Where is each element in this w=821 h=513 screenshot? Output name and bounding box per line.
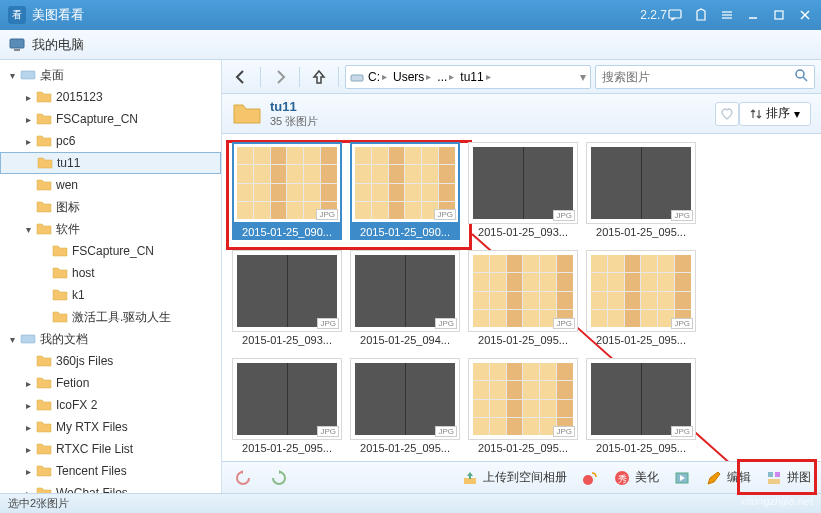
expander-icon[interactable]: ▸ <box>22 465 34 477</box>
file-type-badge: JPG <box>553 318 575 329</box>
tree-item[interactable]: ▸IcoFX 2 <box>0 394 221 416</box>
back-button[interactable] <box>228 64 254 90</box>
folder-name: tu11 <box>270 99 707 114</box>
thumbnail[interactable]: JPG2015-01-25_090... <box>232 142 342 240</box>
chevron-right-icon: ▸ <box>382 71 387 82</box>
upload-button[interactable]: 上传到空间相册 <box>461 469 567 487</box>
breadcrumb-segment[interactable]: tu11▸ <box>458 70 492 84</box>
tree-item[interactable]: ▾我的文档 <box>0 328 221 350</box>
thumbnail[interactable]: JPG2015-01-25_095... <box>586 358 696 456</box>
skin-icon[interactable] <box>693 7 709 23</box>
thumbnail-image: JPG <box>232 142 342 224</box>
folder-tree[interactable]: ▾桌面▸2015123▸FSCapture_CN▸pc6tu11wen图标▾软件… <box>0 60 222 493</box>
tree-item-label: Tencent Files <box>56 464 127 478</box>
tree-item[interactable]: ▾软件 <box>0 218 221 240</box>
tree-item[interactable]: ▸Fetion <box>0 372 221 394</box>
tree-item[interactable]: 360js Files <box>0 350 221 372</box>
svg-rect-22 <box>775 472 780 477</box>
menu-icon[interactable] <box>719 7 735 23</box>
expander-icon[interactable]: ▸ <box>22 91 34 103</box>
weibo-icon <box>581 469 599 487</box>
thumbnail[interactable]: JPG2015-01-25_095... <box>232 358 342 456</box>
tree-item-label: Fetion <box>56 376 89 390</box>
breadcrumb[interactable]: C:▸Users▸...▸tu11▸▾ <box>345 65 591 89</box>
expander-icon[interactable]: ▸ <box>22 135 34 147</box>
thumbnail[interactable]: JPG2015-01-25_090... <box>350 142 460 240</box>
tree-item[interactable]: ▸RTXC File List <box>0 438 221 460</box>
expander-icon[interactable]: ▾ <box>6 69 18 81</box>
search-box[interactable] <box>595 65 815 89</box>
thumbnail-grid[interactable]: JPG2015-01-25_090...JPG2015-01-25_090...… <box>222 134 821 461</box>
tree-item[interactable]: ▾桌面 <box>0 64 221 86</box>
tree-item[interactable]: ▸pc6 <box>0 130 221 152</box>
pencil-button[interactable]: 编辑 <box>705 469 751 487</box>
breadcrumb-segment[interactable]: C:▸ <box>366 70 389 84</box>
beautify-button[interactable]: 秀美化 <box>613 469 659 487</box>
expander-icon[interactable]: ▸ <box>22 399 34 411</box>
tree-item-label: host <box>72 266 95 280</box>
close-button[interactable] <box>797 7 813 23</box>
breadcrumb-dropdown[interactable]: ▾ <box>580 70 586 84</box>
tree-item[interactable]: ▸Tencent Files <box>0 460 221 482</box>
tree-item[interactable]: k1 <box>0 284 221 306</box>
expander-icon[interactable] <box>22 355 34 367</box>
search-input[interactable] <box>602 70 794 84</box>
thumbnail[interactable]: JPG2015-01-25_094... <box>350 250 460 348</box>
expander-icon[interactable] <box>22 179 34 191</box>
expander-icon[interactable]: ▸ <box>22 443 34 455</box>
thumbnail-label: 2015-01-25_095... <box>350 440 460 456</box>
sort-button[interactable]: 排序 ▾ <box>739 102 811 126</box>
expander-icon[interactable]: ▸ <box>22 421 34 433</box>
edit-button[interactable] <box>673 469 691 487</box>
nav-toolbar: C:▸Users▸...▸tu11▸▾ <box>222 60 821 94</box>
tree-item[interactable]: wen <box>0 174 221 196</box>
forward-button[interactable] <box>267 64 293 90</box>
expander-icon[interactable] <box>38 267 50 279</box>
favorite-button[interactable] <box>715 102 739 126</box>
chevron-down-icon: ▾ <box>794 107 800 121</box>
thumbnail[interactable]: JPG2015-01-25_093... <box>232 250 342 348</box>
tree-item[interactable]: ▸FSCapture_CN <box>0 108 221 130</box>
expander-icon[interactable]: ▸ <box>22 113 34 125</box>
thumbnail[interactable]: JPG2015-01-25_093... <box>468 142 578 240</box>
thumbnail[interactable]: JPG2015-01-25_095... <box>468 250 578 348</box>
tree-item[interactable]: 图标 <box>0 196 221 218</box>
expander-icon[interactable] <box>22 201 34 213</box>
tree-item[interactable]: tu11 <box>0 152 221 174</box>
search-icon[interactable] <box>794 68 808 85</box>
file-type-badge: JPG <box>316 209 338 220</box>
breadcrumb-segment[interactable]: ...▸ <box>435 70 456 84</box>
expander-icon[interactable] <box>38 289 50 301</box>
chat-icon[interactable] <box>667 7 683 23</box>
tree-item[interactable]: 激活工具.驱动人生 <box>0 306 221 328</box>
app-title: 美图看看 <box>32 6 634 24</box>
thumbnail[interactable]: JPG2015-01-25_095... <box>586 250 696 348</box>
expander-icon[interactable] <box>38 311 50 323</box>
tree-item[interactable]: ▸WeChat Files <box>0 482 221 493</box>
folder-icon <box>232 101 262 127</box>
thumbnail[interactable]: JPG2015-01-25_095... <box>468 358 578 456</box>
tree-item[interactable]: FSCapture_CN <box>0 240 221 262</box>
expander-icon[interactable]: ▸ <box>22 377 34 389</box>
up-button[interactable] <box>306 64 332 90</box>
rotate-left-button[interactable] <box>232 467 254 489</box>
tree-item[interactable]: ▸My RTX Files <box>0 416 221 438</box>
expander-icon[interactable]: ▾ <box>6 333 18 345</box>
expander-icon[interactable] <box>38 245 50 257</box>
weibo-button[interactable] <box>581 469 599 487</box>
expander-icon[interactable] <box>23 157 35 169</box>
rotate-right-button[interactable] <box>268 467 290 489</box>
svg-rect-8 <box>10 39 24 48</box>
pin-button[interactable]: 拼图 <box>765 469 811 487</box>
expander-icon[interactable]: ▾ <box>22 223 34 235</box>
tree-item-label: k1 <box>72 288 85 302</box>
chevron-right-icon: ▸ <box>426 71 431 82</box>
breadcrumb-segment[interactable]: Users▸ <box>391 70 433 84</box>
tree-item[interactable]: ▸2015123 <box>0 86 221 108</box>
thumbnail[interactable]: JPG2015-01-25_095... <box>586 142 696 240</box>
thumbnail[interactable]: JPG2015-01-25_095... <box>350 358 460 456</box>
tree-item[interactable]: host <box>0 262 221 284</box>
maximize-button[interactable] <box>771 7 787 23</box>
minimize-button[interactable] <box>745 7 761 23</box>
expander-icon[interactable]: ▸ <box>22 487 34 493</box>
